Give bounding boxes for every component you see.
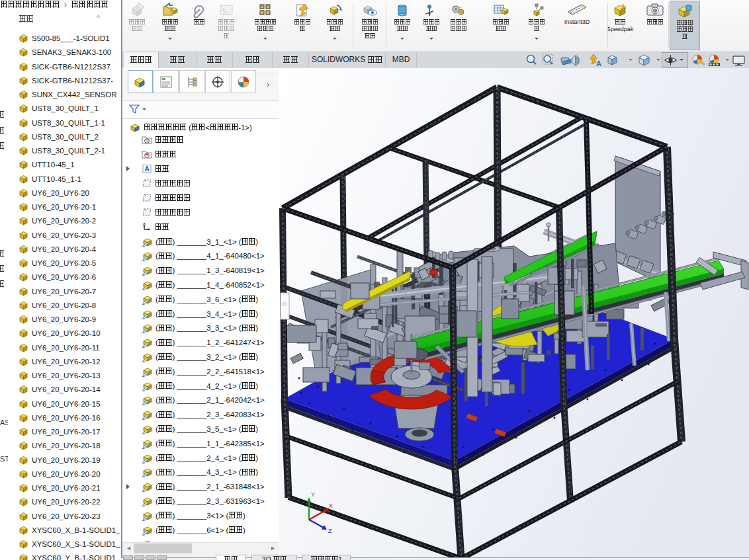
svg-text:A: A <box>596 60 601 67</box>
svg-text:A: A <box>144 165 149 173</box>
svg-text:Z: Z <box>328 528 332 534</box>
svg-text:Y: Y <box>311 491 315 498</box>
svg-text:X: X <box>329 502 333 509</box>
